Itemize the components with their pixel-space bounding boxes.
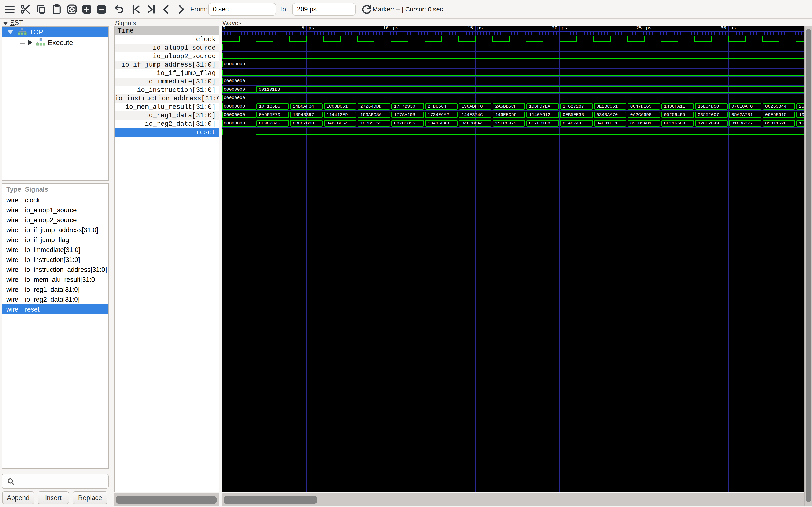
wave-line [779,36,796,36]
signal-list-item[interactable]: io_reg1_data[31:0] [115,111,219,120]
signal-type-cell: wire [6,255,18,265]
wave-edge [543,36,543,42]
column-divider[interactable] [21,186,22,193]
copy-icon[interactable] [35,3,47,15]
wave-value-text: 0F116589 [662,121,693,126]
table-row[interactable]: wireio_instruction[31:0] [2,255,108,265]
table-row[interactable]: wireio_instruction_address[31:0] [2,265,108,275]
wave-value-text: 0348AA70 [595,112,626,117]
wave-value-box: 0FB5FE38 [560,112,593,118]
to-input[interactable] [292,3,356,16]
expander-down-icon[interactable] [8,31,13,34]
signal-list-item[interactable]: io_instruction_address[31:0] [115,95,219,103]
wave-value-box: 0FAC744F [560,120,593,126]
zoom-undo-icon[interactable] [113,3,125,15]
zoom-in-icon[interactable] [81,3,93,15]
wave-edge [408,36,408,42]
signals-hscrollbar-track[interactable] [114,493,219,506]
sst-tree: TOP Execute [2,26,109,181]
waves-hscrollbar-track[interactable] [221,493,806,506]
tree-node-label[interactable]: TOP [29,27,43,37]
zoom-fit-icon[interactable] [66,3,78,15]
wave-value-text: 17F7B930 [392,104,423,109]
replace-button[interactable]: Replace [73,491,107,504]
signal-list-item[interactable]: io_instruction[31:0] [115,86,219,95]
wave-value-text: 0ABFBD64 [324,121,356,126]
insert-button[interactable]: Insert [38,491,69,504]
wave-row-io_immediate310: 00000000 [221,77,804,86]
wave-value-text: 15FCC979 [493,121,525,126]
wave-value-box: 114412ED [324,112,357,118]
time-header[interactable]: Time [115,26,219,35]
wave-value-box: 18D43397 [290,112,323,118]
table-row[interactable]: wireio_reg1_data[31:0] [2,285,108,294]
table-row[interactable]: wireclock [2,195,108,205]
go-end-icon[interactable] [145,3,157,15]
table-row[interactable]: wireio_if_jump_address[31:0] [2,225,108,235]
table-row[interactable]: wireio_if_jump_flag [2,235,108,245]
reload-icon[interactable] [361,3,372,15]
wave-value-box: 0ABFBD64 [324,120,357,126]
wave-value-box: 166ABC8A [358,112,390,118]
signal-list-item[interactable]: reset [115,128,219,137]
signal-name-cell: io_if_jump_flag [25,235,69,245]
append-button[interactable]: Append [2,491,34,504]
wave-value-box: 190ABFF0 [459,103,492,110]
signal-list-item[interactable]: io_reg2_data[31:0] [115,120,219,128]
paste-icon[interactable] [51,3,63,15]
column-header-type[interactable]: Type [6,184,21,195]
table-row[interactable]: wireio_immediate[31:0] [2,245,108,255]
table-row[interactable]: wireio_mem_alu_result[31:0] [2,275,108,285]
wave-canvas[interactable]: 05ps10ps15ps20ps25ps30ps 000000000000000… [221,26,804,492]
step-right-icon[interactable] [175,3,187,15]
wave-line [222,75,804,76]
wave-value-box: 260 [796,103,804,110]
wave-line [695,41,712,42]
sst-expander-icon[interactable] [3,22,8,25]
wave-line [256,134,804,135]
search-input[interactable] [17,474,106,488]
signal-list-item[interactable]: io_if_jump_flag [115,69,219,77]
go-start-icon[interactable] [130,3,142,15]
tree-node-label[interactable]: Execute [48,38,73,48]
wave-value-text: 114412ED [324,112,356,117]
wave-line [290,41,307,42]
table-row[interactable]: wireio_aluop1_source [2,205,108,215]
waves-vscrollbar-track[interactable] [804,26,812,506]
waves-vscrollbar-thumb[interactable] [806,29,811,502]
table-row[interactable]: wirereset [2,304,108,314]
wave-value-text: 00000000 [224,120,245,126]
waves-hscrollbar-thumb[interactable] [223,496,317,504]
wave-value-box: 1140A612 [526,112,559,118]
wave-row-io_aluop1_source [221,43,804,52]
wave-value-box: 18A16FAD [425,120,458,126]
from-input[interactable] [208,3,276,16]
signal-list-item[interactable]: io_aluop1_source [115,44,219,52]
wave-row-io_reg1_data310: 000000000A595E7018D43397114412ED166ABC8A… [221,111,804,119]
column-header-signals[interactable]: Signals [25,184,48,195]
signal-list-item[interactable]: io_if_jump_address[31:0] [115,61,219,69]
wave-line [610,36,627,36]
wave-value-box: 2A6BB5CF [493,103,525,110]
zoom-out-icon[interactable] [96,3,107,15]
tree-node-top[interactable]: TOP [2,27,108,37]
tree-node-execute[interactable]: Execute [2,38,108,48]
wave-value-box: 0AE31EE1 [594,120,626,126]
signal-type-cell: wire [6,294,18,304]
wave-row-io_if_jump_address310: 00000000 [221,60,804,69]
signals-hscrollbar-thumb[interactable] [116,496,217,504]
signal-list-item[interactable]: io_aluop2_source [115,52,219,61]
wave-line [222,83,804,84]
expander-right-icon[interactable] [28,40,32,45]
table-row[interactable]: wireio_reg2_data[31:0] [2,294,108,304]
signal-list-item[interactable]: io_mem_alu_result[31:0] [115,103,219,111]
wave-line [222,101,804,101]
table-row[interactable]: wireio_aluop2_source [2,215,108,225]
menu-icon[interactable] [4,3,16,15]
wave-line [526,41,543,42]
cut-icon[interactable] [19,3,31,15]
step-left-icon[interactable] [160,3,172,15]
signal-list-item[interactable]: io_immediate[31:0] [115,77,219,86]
wave-value-box: 04BC88A4 [459,120,492,126]
signal-list-item[interactable]: clock [115,35,219,44]
